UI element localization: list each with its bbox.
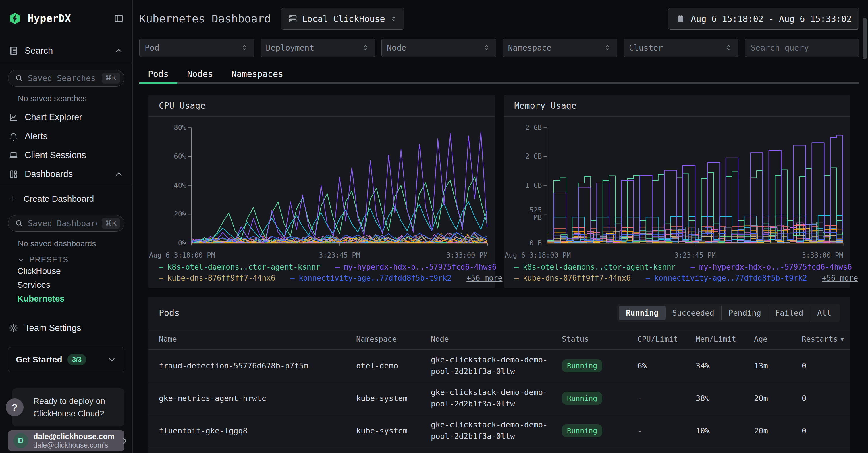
status-filter-all[interactable]: All: [810, 306, 838, 320]
create-dashboard-button[interactable]: Create Dashboard: [0, 190, 132, 207]
sidebar-item-dashboards[interactable]: Dashboards: [0, 165, 132, 184]
brand-row: HyperDX: [0, 8, 132, 29]
svg-text:Aug 6 3:18:00 PM: Aug 6 3:18:00 PM: [504, 251, 570, 259]
cell-mem-limit: 38%: [696, 394, 754, 403]
column-header-status[interactable]: Status: [562, 335, 638, 343]
legend-more-link[interactable]: +56 more: [466, 274, 502, 282]
column-header-age[interactable]: Age: [754, 335, 802, 343]
column-header-mem-limit[interactable]: Mem/Limit: [696, 335, 754, 343]
hyperdx-logo-icon: [9, 12, 21, 25]
cell-restarts: 0: [802, 394, 840, 403]
sidebar-item-chart-explorer[interactable]: Chart Explorer: [0, 108, 132, 127]
legend-item[interactable]: —my-hyperdx-hdx-o..-57975fcd6-4hws6: [690, 263, 852, 271]
legend-item[interactable]: —kube-dns-876ff9ff7-44nx6: [159, 274, 275, 282]
database-icon: [288, 14, 298, 24]
sidebar-item-client-sessions[interactable]: Client Sessions: [0, 146, 132, 165]
cell-restarts: 0: [802, 426, 840, 435]
cpu-usage-plot: 80%60%40%20%0%Aug 6 3:18:00 PM3:23:45 PM…: [149, 117, 495, 260]
sidebar-item-team-settings[interactable]: Team Settings: [0, 322, 132, 334]
legend-item[interactable]: —k8s-otel-daemons..ctor-agent-ksnnr: [159, 263, 320, 271]
chevron-up-icon: [114, 169, 124, 179]
chart-title: CPU Usage: [159, 101, 206, 111]
legend-more-link[interactable]: +56 more: [822, 274, 858, 282]
help-icon[interactable]: ?: [6, 398, 24, 416]
legend-item[interactable]: —my-hyperdx-hdx-o..-57975fcd6-4hws6: [335, 263, 497, 271]
saved-dashboards-field[interactable]: [27, 219, 98, 228]
sidebar-item-services[interactable]: Services: [17, 278, 132, 292]
shortcut-badge: ⌘K: [102, 218, 120, 229]
filter-node-select[interactable]: Node: [381, 38, 496, 57]
sidebar-item-alerts[interactable]: Alerts: [0, 127, 132, 146]
table-row[interactable]: fraud-detection-55776d678b-p7f5motel-dem…: [149, 349, 850, 382]
column-header-node[interactable]: Node: [431, 335, 562, 343]
updown-chevron-icon: [482, 44, 491, 52]
create-dashboard-label: Create Dashboard: [24, 194, 94, 204]
user-menu[interactable]: D dale@clickhouse.com dale@clickhouse.co…: [8, 430, 124, 451]
saved-searches-field[interactable]: [27, 73, 98, 83]
legend-item[interactable]: —kube-dns-876ff9ff7-44nx6: [515, 274, 631, 282]
active-tab-indicator: [139, 83, 177, 84]
time-range-picker[interactable]: Aug 6 15:18:02 - Aug 6 15:33:02: [668, 8, 859, 30]
node-line: gke-clickstack-demo-demo-: [431, 354, 562, 366]
status-filter-failed[interactable]: Failed: [768, 306, 810, 320]
legend-swatch: —: [335, 263, 340, 271]
filter-cluster-select[interactable]: Cluster: [624, 38, 739, 57]
datasource-select[interactable]: Local ClickHouse: [281, 8, 404, 30]
column-header-restarts[interactable]: Restarts▼: [802, 335, 844, 343]
cell-name: gke-metrics-agent-hrwtc: [159, 394, 356, 403]
svg-text:Aug 6 3:18:00 PM: Aug 6 3:18:00 PM: [149, 251, 215, 259]
column-header-cpu-limit[interactable]: CPU/Limit: [638, 335, 696, 343]
svg-text:2 GB: 2 GB: [525, 123, 542, 132]
cloud-promo-card[interactable]: ? Ready to deploy on ClickHouse Cloud?: [12, 388, 124, 426]
column-header-label: Mem/Limit: [696, 335, 736, 343]
no-saved-dashboards-text: No saved dashboards: [18, 239, 132, 248]
search-icon: [14, 219, 23, 228]
table-row[interactable]: gke-clickstack-demo-demo-pool-2d2b1f3a-0…: [149, 447, 850, 453]
filter-deployment-select[interactable]: Deployment: [260, 38, 375, 57]
cell-node: gke-clickstack-demo-demo-pool-2d2b1f3a-0…: [431, 419, 562, 442]
filter-bar: Pod Deployment Node Namespace Cluster: [139, 38, 859, 57]
tab-nodes[interactable]: Nodes: [187, 69, 213, 79]
avatar: D: [13, 433, 28, 448]
cell-name: fluentbit-gke-lggq8: [159, 426, 356, 435]
legend-row: —k8s-otel-daemons..ctor-agent-ksnnr—my-h…: [504, 263, 850, 271]
legend-item[interactable]: —konnectivity-age..77dfdd8f5b-t9rk2: [646, 274, 807, 282]
column-header-namespace[interactable]: Namespace: [356, 335, 431, 343]
vertical-scrollbar-thumb[interactable]: [863, 18, 867, 59]
legend-item[interactable]: —konnectivity-age..77dfdd8f5b-t9rk2: [290, 274, 452, 282]
sidebar-item-clickhouse[interactable]: ClickHouse: [17, 264, 132, 278]
filter-pod-select[interactable]: Pod: [139, 38, 254, 57]
status-filter-succeeded[interactable]: Succeeded: [665, 306, 721, 320]
presets-toggle[interactable]: PRESETS: [17, 255, 132, 264]
tab-pods[interactable]: Pods: [148, 69, 168, 79]
sidebar-collapse-button[interactable]: [114, 13, 124, 23]
page-title: Kubernetes Dashboard: [139, 12, 271, 25]
column-header-label: Namespace: [356, 335, 397, 343]
cell-name: fraud-detection-55776d678b-p7f5m: [159, 361, 356, 370]
column-header-label: Age: [754, 335, 768, 343]
legend-item[interactable]: —k8s-otel-daemons..ctor-agent-ksnnr: [515, 263, 676, 271]
promo-line-1: Ready to deploy on: [33, 395, 118, 407]
nav-item-label: Dashboards: [25, 169, 73, 179]
saved-dashboards-input: ⌘K: [8, 215, 124, 232]
table-row[interactable]: gke-metrics-agent-hrwtckube-systemgke-cl…: [149, 382, 850, 415]
search-query-input[interactable]: [750, 43, 854, 53]
nav-item-label: Client Sessions: [25, 150, 86, 161]
column-header-name[interactable]: Name: [159, 335, 356, 343]
get-started-button[interactable]: Get Started 3/3: [8, 347, 124, 372]
chevron-down-icon: [17, 256, 25, 263]
legend-label: my-hyperdx-hdx-o..-57975fcd6-4hws6: [699, 263, 852, 271]
status-filter-pending[interactable]: Pending: [721, 306, 768, 320]
node-line: gke-clickstack-demo-demo-: [431, 452, 562, 453]
legend-label: kube-dns-876ff9ff7-44nx6: [523, 274, 631, 282]
sidebar-item-kubernetes[interactable]: Kubernetes: [17, 292, 132, 306]
legend-label: k8s-otel-daemons..ctor-agent-ksnnr: [167, 263, 320, 271]
tab-namespaces[interactable]: Namespaces: [231, 69, 283, 79]
status-filter-running[interactable]: Running: [619, 306, 665, 320]
filter-namespace-select[interactable]: Namespace: [503, 38, 618, 57]
svg-text:525MB: 525MB: [529, 206, 542, 222]
tabs-underline: [139, 83, 859, 84]
table-row[interactable]: fluentbit-gke-lggq8kube-systemgke-clicks…: [149, 415, 850, 447]
legend-label: my-hyperdx-hdx-o..-57975fcd6-4hws6: [344, 263, 497, 271]
sidebar-item-search[interactable]: Search: [0, 42, 132, 60]
